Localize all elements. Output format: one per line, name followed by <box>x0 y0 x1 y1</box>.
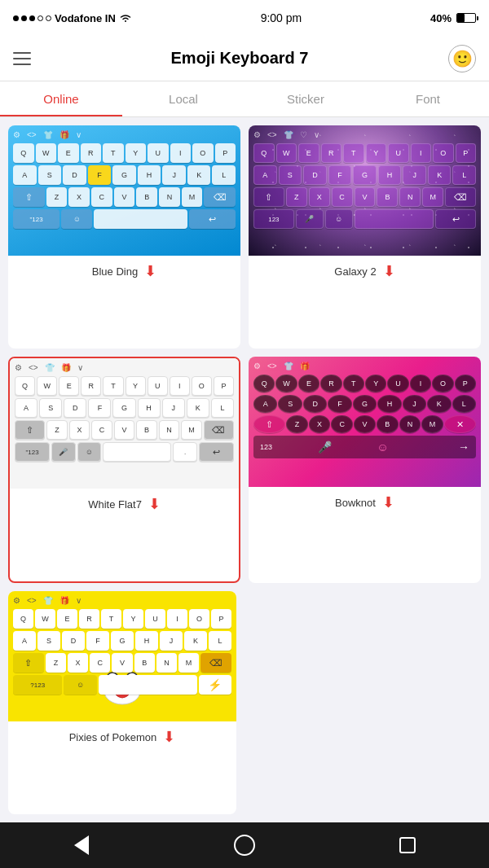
download-bowknot[interactable]: ⬇ <box>382 493 394 511</box>
keyboard-preview-blue-ding: ⚙<>👕🎁∨ QWERTYUIOP ASDFGHJKL ⇧ZXCVBNM⌫ "1… <box>8 125 240 256</box>
keyboard-label-pokemon: Pixies of Pokemon ⬇ <box>8 721 236 752</box>
download-galaxy-2[interactable]: ⬇ <box>383 262 395 280</box>
header: Emoji Keyboard 7 🙂 <box>0 36 489 81</box>
keyboard-label-blue-ding: Blue Ding ⬇ <box>8 256 240 287</box>
keyboard-label-bowknot: Bowknot ⬇ <box>249 487 481 518</box>
avatar-button[interactable]: 🙂 <box>448 45 476 72</box>
keyboard-preview-bowknot: ⚙<>👕🎁 QWERTYUIOP ASDFGHJKL ⇧ZXCVBNM✕ 123… <box>249 357 481 487</box>
download-white-flat7[interactable]: ⬇ <box>148 495 161 513</box>
menu-button[interactable] <box>13 52 31 65</box>
battery-indicator <box>456 13 476 23</box>
recent-apps-button[interactable] <box>393 831 422 860</box>
signal-dots <box>13 15 51 21</box>
keyboard-card-pokemon[interactable]: ⚙<>👕🎁∨ QWERTYUIOP ASDFGHJKL <box>8 591 236 814</box>
tab-sticker[interactable]: Sticker <box>244 81 367 116</box>
back-button[interactable] <box>67 831 96 860</box>
keyboard-card-bowknot[interactable]: ⚙<>👕🎁 QWERTYUIOP ASDFGHJKL ⇧ZXCVBNM✕ 123… <box>249 357 481 583</box>
home-button[interactable] <box>230 831 259 860</box>
status-right: 40% <box>430 12 476 24</box>
keyboard-grid: ⚙<>👕🎁∨ QWERTYUIOP ASDFGHJKL ⇧ZXCVBNM⌫ "1… <box>0 117 489 822</box>
status-left: Vodafone IN <box>13 12 132 24</box>
keyboard-label-galaxy-2: Galaxy 2 ⬇ <box>249 256 481 287</box>
keyboard-preview-galaxy-2: ⚙<>👕♡∨ QWERTYUIOP ASDFGHJKL ⇧ZXCVBNM⌫ 12… <box>249 125 481 256</box>
download-pokemon[interactable]: ⬇ <box>163 728 175 746</box>
keyboard-card-galaxy-2[interactable]: ⚙<>👕♡∨ QWERTYUIOP ASDFGHJKL ⇧ZXCVBNM⌫ 12… <box>249 125 481 349</box>
app-title: Emoji Keyboard 7 <box>171 49 309 68</box>
bottom-navigation <box>0 822 489 868</box>
carrier-name: Vodafone IN <box>55 12 116 24</box>
status-time: 9:00 pm <box>261 11 302 24</box>
keyboard-preview-pokemon: ⚙<>👕🎁∨ QWERTYUIOP ASDFGHJKL <box>8 591 236 721</box>
keyboard-label-white-flat7: White Flat7 ⬇ <box>10 489 239 519</box>
tab-online[interactable]: Online <box>0 81 122 116</box>
keyboard-card-white-flat7[interactable]: ⚙<>👕🎁∨ QWERTYUIOP ASDFGHJKL ⇧ZXCVBNM⌫ "1… <box>8 357 240 583</box>
download-blue-ding[interactable]: ⬇ <box>144 262 156 280</box>
tab-bar: Online Local Sticker Font <box>0 81 489 117</box>
keyboard-card-blue-ding[interactable]: ⚙<>👕🎁∨ QWERTYUIOP ASDFGHJKL ⇧ZXCVBNM⌫ "1… <box>8 125 240 349</box>
battery-percent: 40% <box>430 12 452 24</box>
tab-local[interactable]: Local <box>122 81 244 116</box>
status-bar: Vodafone IN 9:00 pm 40% <box>0 0 489 36</box>
keyboard-preview-white-flat7: ⚙<>👕🎁∨ QWERTYUIOP ASDFGHJKL ⇧ZXCVBNM⌫ "1… <box>10 358 239 489</box>
tab-font[interactable]: Font <box>367 81 489 116</box>
wifi-icon <box>119 13 132 23</box>
